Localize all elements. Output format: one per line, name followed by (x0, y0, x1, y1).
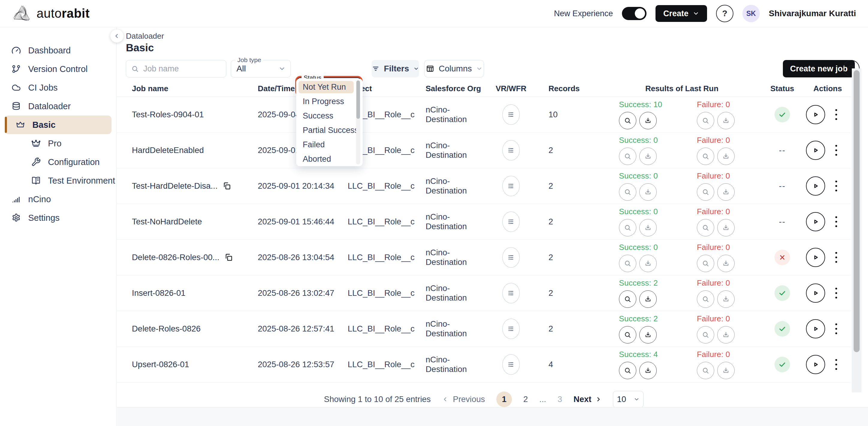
job-name-search[interactable] (126, 60, 226, 77)
previous-page-button[interactable]: Previous (442, 395, 485, 404)
view-failure-results-button[interactable] (697, 326, 714, 343)
page-size-select[interactable]: 10 (613, 391, 644, 408)
view-success-results-button[interactable] (619, 148, 636, 165)
sidebar-collapse-button[interactable] (110, 29, 123, 42)
job-type-select[interactable]: Job type All (231, 60, 291, 77)
breadcrumb[interactable]: Dataloader (126, 31, 164, 41)
page-button-3[interactable]: 3 (557, 395, 562, 404)
vr-wfr-button[interactable] (502, 176, 520, 196)
vr-wfr-button[interactable] (502, 105, 520, 125)
status-option-in-progress[interactable]: In Progress (299, 95, 354, 108)
next-page-button[interactable]: Next (574, 395, 602, 404)
vr-wfr-button[interactable] (502, 354, 520, 375)
page-button-2[interactable]: 2 (523, 395, 528, 404)
download-failure-results-button[interactable] (717, 362, 735, 379)
row-menu-button[interactable] (834, 107, 839, 122)
check-icon (778, 360, 786, 369)
run-job-button[interactable] (806, 212, 825, 231)
status-option-success[interactable]: Success (299, 110, 354, 122)
view-failure-results-button[interactable] (697, 112, 714, 129)
search-input[interactable] (143, 64, 216, 74)
view-success-results-button[interactable] (619, 112, 636, 129)
run-job-button[interactable] (806, 176, 825, 196)
view-success-results-button[interactable] (619, 326, 636, 343)
vr-wfr-button[interactable] (502, 247, 520, 267)
row-menu-button[interactable] (834, 286, 839, 300)
view-success-results-button[interactable] (619, 362, 636, 379)
new-experience-toggle[interactable] (622, 7, 647, 20)
run-job-button[interactable] (806, 105, 825, 124)
row-menu-button[interactable] (834, 250, 839, 264)
page-scrollbar[interactable] (852, 68, 861, 392)
sidebar-item-settings[interactable]: Settings (0, 208, 116, 227)
download-success-results-button[interactable] (639, 290, 657, 308)
vr-wfr-button[interactable] (502, 319, 520, 339)
status-option-failed[interactable]: Failed (299, 139, 354, 151)
download-success-results-button[interactable] (639, 362, 657, 379)
vr-wfr-button[interactable] (502, 211, 520, 232)
avatar[interactable]: SK (742, 5, 760, 22)
row-menu-button[interactable] (834, 321, 839, 336)
view-success-results-button[interactable] (619, 183, 636, 201)
play-icon (811, 324, 820, 333)
dropdown-scrollbar[interactable] (356, 80, 360, 164)
page-scrollbar-thumb[interactable] (854, 70, 860, 352)
sidebar-item-ncino[interactable]: nCino (0, 190, 116, 208)
run-job-button[interactable] (806, 284, 825, 303)
copy-icon[interactable] (224, 253, 233, 262)
vr-wfr-button[interactable] (502, 140, 520, 161)
download-failure-results-button[interactable] (717, 255, 735, 272)
dropdown-scrollbar-thumb[interactable] (356, 80, 360, 119)
view-failure-results-button[interactable] (697, 362, 714, 379)
sidebar-item-configuration[interactable]: Configuration (0, 153, 116, 171)
sidebar-item-version-control[interactable]: Version Control (0, 60, 116, 78)
view-failure-results-button[interactable] (697, 183, 714, 201)
download-success-results-button[interactable] (639, 148, 657, 165)
run-job-button[interactable] (806, 248, 825, 267)
sidebar-item-basic[interactable]: Basic (5, 115, 112, 134)
row-menu-button[interactable] (834, 357, 839, 372)
view-failure-results-button[interactable] (697, 148, 714, 165)
download-success-results-button[interactable] (639, 183, 657, 201)
sidebar-item-dashboard[interactable]: Dashboard (0, 41, 116, 60)
help-button[interactable]: ? (716, 5, 734, 22)
download-failure-results-button[interactable] (717, 290, 735, 308)
download-success-results-button[interactable] (639, 112, 657, 129)
download-failure-results-button[interactable] (717, 183, 735, 201)
salesforce-org-cell: nCino-Destination (426, 319, 489, 338)
row-menu-button[interactable] (834, 143, 839, 158)
view-success-results-button[interactable] (619, 255, 636, 272)
download-failure-results-button[interactable] (717, 326, 735, 343)
download-failure-results-button[interactable] (717, 219, 735, 236)
download-failure-results-button[interactable] (717, 148, 735, 165)
sidebar-item-ci-jobs[interactable]: CI Jobs (0, 78, 116, 97)
download-failure-results-button[interactable] (717, 112, 735, 129)
vr-wfr-button[interactable] (502, 283, 520, 303)
status-option-partial-success[interactable]: Partial Success (299, 124, 354, 137)
view-success-results-button[interactable] (619, 290, 636, 308)
view-failure-results-button[interactable] (697, 219, 714, 236)
job-type-value: All (237, 64, 246, 74)
view-failure-results-button[interactable] (697, 255, 714, 272)
status-option-not-yet-run[interactable]: Not Yet Run (299, 81, 354, 93)
columns-button[interactable]: Columns (424, 60, 484, 77)
page-button-1[interactable]: 1 (496, 392, 512, 407)
run-job-button[interactable] (806, 319, 825, 338)
sidebar-item-test-environment[interactable]: Test Environment (0, 171, 116, 190)
run-job-button[interactable] (806, 141, 825, 160)
sidebar-item-dataloader[interactable]: Dataloader (0, 97, 116, 115)
sidebar-item-pro[interactable]: Pro (0, 134, 116, 153)
view-success-results-button[interactable] (619, 219, 636, 236)
download-success-results-button[interactable] (639, 219, 657, 236)
run-job-button[interactable] (806, 355, 825, 374)
download-success-results-button[interactable] (639, 255, 657, 272)
row-menu-button[interactable] (834, 179, 839, 193)
filters-button[interactable]: Filters (372, 60, 419, 77)
view-failure-results-button[interactable] (697, 290, 714, 308)
status-option-aborted[interactable]: Aborted (299, 153, 354, 165)
date-time-cell: 2025-08-26 12:53:57 (258, 360, 348, 369)
copy-icon[interactable] (222, 181, 231, 191)
row-menu-button[interactable] (834, 215, 839, 229)
create-button[interactable]: Create (655, 5, 707, 22)
download-success-results-button[interactable] (639, 326, 657, 343)
